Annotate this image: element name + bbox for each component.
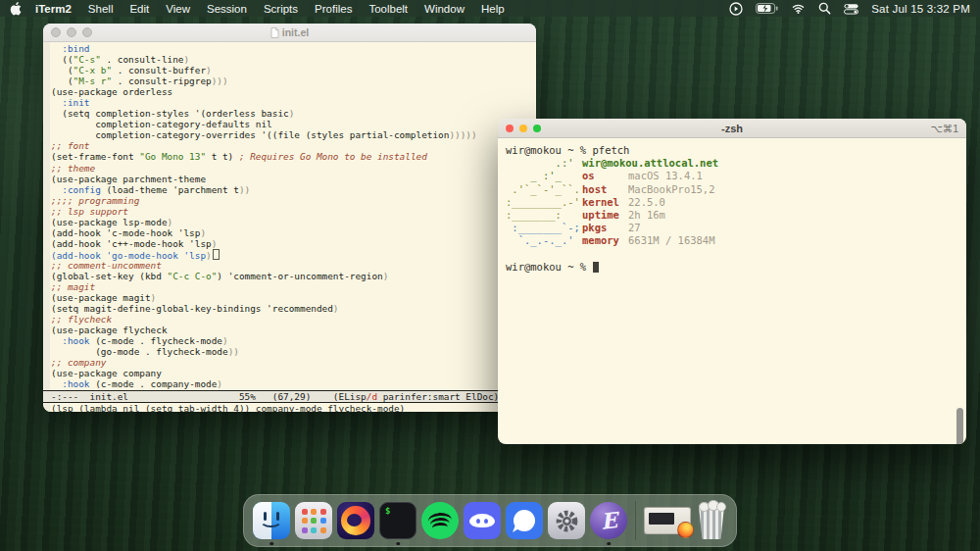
code-line: (set-frame-font "Go Mono 13" t t) ; Requ… [51,151,536,162]
pfetch-row: .:'wir@mokou.attlocal.net [506,157,966,170]
apple-menu[interactable] [10,2,22,16]
pfetch-label: pkgs [582,222,628,234]
minimize-button-inactive[interactable] [67,27,76,37]
terminal-window: -zsh ⌥⌘1 wir@mokou ~ % pfetch .:'wir@mok… [498,119,966,444]
system-settings-icon [548,502,585,539]
menu-toolbelt[interactable]: Toolbelt [368,3,408,15]
pfetch-value: 6631M / 16384M [628,234,715,247]
code-line: ;; theme [51,163,536,174]
dock-item-finder[interactable] [253,502,290,539]
code-line: ;; comment-uncomment [51,260,536,271]
code-line: :bind [51,43,536,54]
running-indicator [270,542,273,546]
signal-icon [506,502,543,539]
launchpad-icon [295,502,332,539]
running-indicator [396,542,400,546]
pfetch-row: `._.-._.'memory6631M / 16384M [506,234,966,247]
emacs-buffer[interactable]: :bind (("C-s" . consult-line) ("C-x b" .… [43,42,536,412]
terminal-icon: $ [379,502,416,539]
code-line: :config (load-theme 'parchment t)) [51,184,536,195]
play-circle-icon[interactable] [729,2,743,16]
menu-items: iTerm2ShellEditViewSessionScriptsProfile… [35,3,505,15]
menu-help[interactable]: Help [481,3,505,15]
trash-icon [696,502,727,539]
code-line: ("M-s r" . consult-ripgrep))) [51,75,536,86]
dock-item-system-settings[interactable] [548,502,585,539]
pfetch-label: host [582,183,628,196]
emacs-fringe [43,42,50,412]
code-line: completion-category-defaults nil [51,119,536,129]
code-line: (("C-s" . consult-line) [51,54,536,65]
spotlight-search-icon[interactable] [818,2,831,15]
code-line: ;; magit [51,281,536,292]
menu-edit[interactable]: Edit [129,3,149,15]
terminal-titlebar[interactable]: -zsh ⌥⌘1 [498,119,966,138]
terminal-screen[interactable]: wir@mokou ~ % pfetch .:'wir@mokou.attloc… [498,138,966,444]
shell-prompt: wir@mokou ~ % [506,144,593,156]
blank-line [506,248,966,261]
pfetch-value: MacBookPro15,2 [628,183,715,196]
code-line: (use-package magit) [51,292,536,303]
minimize-button[interactable] [519,125,527,132]
finder-icon [253,502,290,539]
dock-item-discord[interactable] [464,502,501,539]
dock-item-terminal[interactable]: $ [379,502,416,539]
menu-scripts[interactable]: Scripts [264,3,298,15]
emacs-icon: E [590,502,627,539]
pfetch-row: :_______:uptime2h 16m [506,209,966,222]
emacs-titlebar[interactable]: init.el [43,24,536,42]
emacs-window: init.el :bind (("C-s" . consult-line) ("… [43,24,536,412]
code-line: (use-package flycheck [51,325,536,335]
pfetch-value: 22.5.0 [628,196,665,209]
dock: $E [243,494,737,547]
apple-icon [10,2,22,16]
dock-item-signal[interactable] [506,502,543,539]
terminal-scrollbar[interactable] [956,408,963,444]
pfetch-label: kernel [582,196,628,209]
minimized-window-icon [644,507,691,534]
code-line: (setq magit-define-global-key-bindings '… [51,303,536,314]
terminal-prompt-line: wir@mokou ~ % pfetch [506,144,966,157]
close-button[interactable] [506,125,514,132]
battery-charging-icon[interactable] [756,3,778,14]
code-line: completion-category-overrides '((file (s… [51,129,536,140]
menu-clock[interactable]: Sat Jul 15 3:32 PM [871,3,970,15]
code-line: (use-package orderless [51,86,536,97]
pfetch-row: .'`_`-'_``.hostMacBookPro15,2 [506,183,966,196]
menu-iterm2[interactable]: iTerm2 [35,3,72,15]
pfetch-value: macOS 13.4.1 [628,170,703,182]
dock-item-launchpad[interactable] [295,502,332,539]
zoom-button-inactive[interactable] [82,27,92,37]
terminal-cursor [593,262,599,273]
shell-prompt: wir@mokou ~ % [506,261,593,273]
dock-item-spotify[interactable] [421,502,459,539]
emacs-window-title: init.el [282,26,309,38]
code-line: ("C-x b" . consult-buffer) [51,65,536,75]
menu-shell[interactable]: Shell [88,3,114,15]
pfetch-label: uptime [582,209,628,222]
code-line: (global-set-key (kbd "C-c C-o") 'comment… [51,271,536,281]
menu-view[interactable]: View [166,3,190,15]
code-line: :hook (c-mode . flycheck-mode) [51,335,536,346]
close-button-inactive[interactable] [51,27,61,37]
document-icon [270,27,279,38]
menu-session[interactable]: Session [207,3,247,15]
pfetch-value: 2h 16m [628,209,665,222]
menu-window[interactable]: Window [424,3,465,15]
pfetch-value: 27 [628,222,641,234]
menu-profiles[interactable]: Profiles [315,3,352,15]
code-line: ;; company [51,357,536,368]
zoom-button[interactable] [533,125,541,132]
control-center-icon[interactable] [844,3,858,15]
dock-item-trash[interactable] [696,502,727,539]
dock-item-minimized-window[interactable] [644,502,691,539]
code-area[interactable]: :bind (("C-s" . consult-line) ("C-x b" .… [51,43,536,390]
dock-item-emacs[interactable]: E [590,502,627,539]
code-line: (use-package company [51,368,536,378]
dock-item-firefox[interactable] [337,502,374,539]
pfetch-hostname: wir@mokou.attlocal.net [582,157,718,170]
code-line: ;;;; programming [51,195,536,206]
code-line: (use-package lsp-mode) [51,217,536,227]
wifi-icon[interactable] [791,3,806,14]
terminal-cursor-line: wir@mokou ~ % [506,261,966,274]
